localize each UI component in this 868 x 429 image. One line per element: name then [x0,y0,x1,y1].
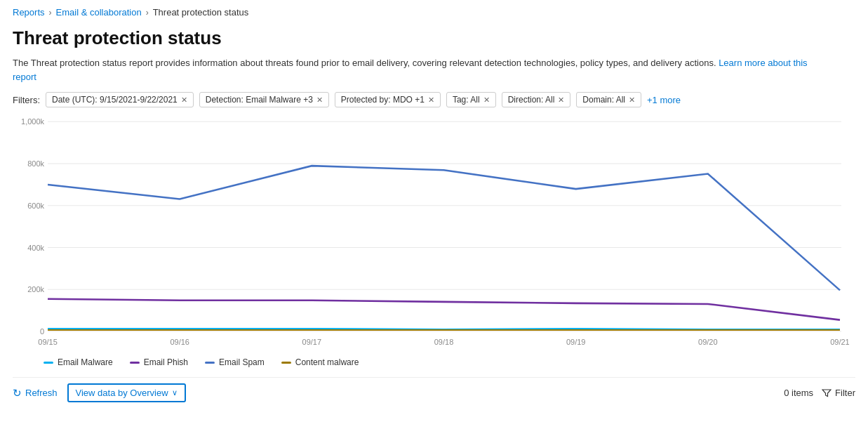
legend-email-spam: Email Spam [205,357,265,367]
legend-email-phish: Email Phish [130,357,188,367]
bottom-left: ↻ Refresh View data by Overview ∨ [13,383,186,402]
items-count: 0 items [784,388,813,398]
x-label-0918: 09/18 [434,337,454,345]
page-description: The Threat protection status report prov… [13,56,820,84]
breadcrumb-sep2: › [146,8,149,18]
x-label-0916: 09/16 [170,337,189,345]
email-spam-line [48,166,840,290]
chevron-down-icon: ∨ [172,388,178,397]
y-label-400k: 400k [27,244,44,252]
y-label-200k: 200k [27,285,44,293]
view-data-button[interactable]: View data by Overview ∨ [67,383,186,402]
filters-row: Filters: Date (UTC): 9/15/2021-9/22/2021… [13,92,855,107]
filter-chip-domain[interactable]: Domain: All ✕ [576,92,641,107]
legend-label-email-phish: Email Phish [144,357,188,367]
legend-color-email-malware [44,362,53,364]
legend-email-malware: Email Malware [44,357,113,367]
chart-svg: 1,000k 800k 600k 400k 200k 0 09/15 09/16… [13,114,855,353]
legend-content-malware: Content malware [281,357,359,367]
legend-color-content-malware [281,362,291,364]
legend-label-email-malware: Email Malware [58,357,113,367]
filter-icon [822,388,832,398]
filter-chip-tag[interactable]: Tag: All ✕ [446,92,496,107]
breadcrumb: Reports › Email & collaboration › Threat… [13,7,855,18]
view-data-label: View data by Overview [76,388,168,398]
filter-chip-direction[interactable]: Direction: All ✕ [502,92,571,107]
legend-row: Email Malware Email Phish Email Spam Con… [44,357,855,367]
y-label-0: 0 [40,327,44,336]
y-label-600k: 600k [27,202,44,210]
x-label-0921: 09/21 [830,337,850,345]
legend-color-email-phish [130,362,140,364]
y-label-1000k: 1,000k [21,117,44,126]
close-icon[interactable]: ✕ [629,95,635,105]
x-label-0917: 09/17 [302,337,322,345]
bottom-right: 0 items Filter [784,388,855,398]
refresh-label: Refresh [25,388,58,398]
refresh-button[interactable]: ↻ Refresh [13,387,58,400]
breadcrumb-sep1: › [49,8,52,18]
more-filters-link[interactable]: +1 more [647,95,681,105]
filter-button[interactable]: Filter [822,388,855,398]
email-phish-line [48,299,840,320]
breadcrumb-email-collab[interactable]: Email & collaboration [56,7,142,18]
legend-label-content-malware: Content malware [295,357,359,367]
x-label-0920: 09/20 [698,337,718,345]
legend-color-email-spam [205,362,215,364]
close-icon[interactable]: ✕ [428,95,434,105]
filter-chip-date[interactable]: Date (UTC): 9/15/2021-9/22/2021 ✕ [46,92,194,107]
filter-chip-protected[interactable]: Protected by: MDO +1 ✕ [335,92,441,107]
close-icon[interactable]: ✕ [181,95,187,105]
close-icon[interactable]: ✕ [558,95,564,105]
refresh-icon: ↻ [13,387,22,400]
filter-label: Filter [835,388,855,398]
filter-chip-detection[interactable]: Detection: Email Malware +3 ✕ [199,92,329,107]
x-label-0915: 09/15 [38,337,58,345]
bottom-bar: ↻ Refresh View data by Overview ∨ 0 item… [13,377,855,402]
filters-label: Filters: [13,95,40,105]
page-title: Threat protection status [13,27,855,49]
close-icon[interactable]: ✕ [316,95,323,105]
x-label-0919: 09/19 [566,337,586,345]
legend-label-email-spam: Email Spam [219,357,265,367]
close-icon[interactable]: ✕ [483,95,490,105]
chart-area: 1,000k 800k 600k 400k 200k 0 09/15 09/16… [13,114,855,353]
y-label-800k: 800k [27,159,44,168]
breadcrumb-current: Threat protection status [153,7,249,18]
breadcrumb-reports[interactable]: Reports [13,7,45,18]
email-malware-line [48,329,840,329]
